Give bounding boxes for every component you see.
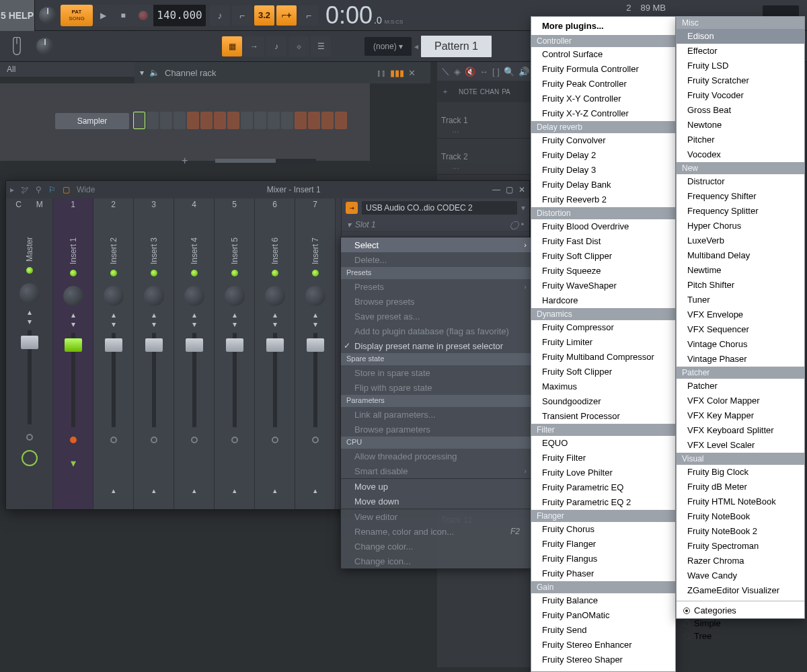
menu-smart-disable[interactable]: Smart disable› xyxy=(341,463,531,478)
plugin-item[interactable]: Fruity PanOMatic xyxy=(531,608,675,623)
step-edit-icon[interactable]: 3.2 xyxy=(254,5,274,26)
mixer-bird-icon[interactable]: 🕊 xyxy=(21,185,29,194)
step-14[interactable] xyxy=(308,112,320,129)
mixer-insert-strip[interactable]: 6 Insert 6 ▴▾ ▴ xyxy=(255,198,295,509)
strip-stereo-arrows[interactable]: ▴▾ xyxy=(112,310,116,329)
strip-fader-handle[interactable] xyxy=(65,338,82,352)
tool-mute-icon[interactable]: 🔇 xyxy=(465,67,475,77)
step-8[interactable] xyxy=(227,112,239,129)
step-10[interactable] xyxy=(254,112,266,129)
step-13[interactable] xyxy=(295,112,307,129)
plugin-item[interactable]: Razer Chroma xyxy=(677,554,804,568)
plugin-item[interactable]: Fruity Delay 3 xyxy=(531,163,675,178)
plugin-item[interactable]: Fruity Blood Overdrive xyxy=(531,219,675,234)
strip-fader[interactable] xyxy=(313,333,317,427)
pattern-prev-icon[interactable]: ◂ xyxy=(414,42,418,51)
strip-stereo-arrows[interactable]: ▴▾ xyxy=(152,310,156,329)
channel-scroll-thumb[interactable] xyxy=(215,159,276,163)
strip-arm-icon[interactable] xyxy=(110,437,117,443)
strip-stereo-arrows[interactable]: ▴▾ xyxy=(273,310,277,329)
strip-pan-knob[interactable] xyxy=(144,286,164,306)
plugin-item[interactable]: EQUO xyxy=(531,436,675,451)
tab-pa[interactable]: PA xyxy=(502,88,510,96)
plugin-item[interactable]: Pitcher xyxy=(677,133,804,147)
plugin-item[interactable]: Fruity Delay Bank xyxy=(531,178,675,192)
plugin-item[interactable]: Hyper Chorus xyxy=(677,219,804,233)
piano-roll-window-button[interactable]: → xyxy=(244,36,264,57)
plugin-item[interactable]: Newtime xyxy=(677,263,804,278)
strip-fader-handle[interactable] xyxy=(186,338,203,352)
plugin-item[interactable]: Fruity Stereo Enhancer xyxy=(531,638,675,652)
strip-mute-led[interactable] xyxy=(231,270,238,276)
strip-fader[interactable] xyxy=(233,333,237,427)
view-mode-simple[interactable]: Simple xyxy=(677,617,804,630)
pattern-song-switch[interactable]: PAT SONG xyxy=(61,5,93,26)
strip-send-arrow[interactable]: ▾ xyxy=(71,457,76,470)
mixer-insert-strip[interactable]: 4 Insert 4 ▴▾ ▴ xyxy=(174,198,215,509)
plugin-item[interactable]: Maximus xyxy=(531,379,675,394)
plugin-item[interactable]: Multiband Delay xyxy=(677,248,804,263)
pitch-knob[interactable] xyxy=(36,38,54,55)
menu-save-preset[interactable]: Save preset as... xyxy=(341,309,531,324)
plugin-item[interactable]: VFX Key Mapper xyxy=(677,408,804,423)
strip-send-caret[interactable]: ▴ xyxy=(313,486,317,495)
master-fader[interactable] xyxy=(28,330,32,424)
plugin-item[interactable]: VFX Color Mapper xyxy=(677,394,804,408)
strip-fader[interactable] xyxy=(192,333,196,427)
plugin-item[interactable]: Fruity Squeeze xyxy=(531,264,675,278)
loop-rec-icon[interactable]: ⌐ xyxy=(299,5,319,26)
close-channel-rack-icon[interactable]: ✕ xyxy=(408,68,416,78)
plugin-item[interactable]: Fruity Phaser xyxy=(531,566,675,581)
more-plugins-item[interactable]: More plugins... xyxy=(531,17,675,35)
menu-view-editor[interactable]: View editor xyxy=(341,509,531,524)
plugin-item[interactable]: VFX Level Scaler xyxy=(677,438,804,453)
menu-change-icon[interactable]: Change icon... xyxy=(341,554,531,568)
master-send-knob[interactable] xyxy=(22,450,38,466)
plugin-item[interactable]: Fruity X-Y-Z Controller xyxy=(531,106,675,121)
plugin-item[interactable]: Fruity Peak Controller xyxy=(531,77,675,91)
plugin-item[interactable]: Tuner xyxy=(677,293,804,307)
plugin-item[interactable]: Fruity Convolver xyxy=(531,133,675,148)
menu-link-params[interactable]: Link all parameters... xyxy=(341,407,531,422)
pattern-dropdown[interactable]: (none) ▾ xyxy=(364,37,412,56)
strip-fader-handle[interactable] xyxy=(307,338,324,352)
graph-icon[interactable]: ⫿⫿ xyxy=(377,68,386,78)
plugin-item[interactable]: Pitch Shifter xyxy=(677,278,804,293)
plugin-item[interactable]: LuxeVerb xyxy=(677,233,804,248)
plugin-item[interactable]: Fruity Filter xyxy=(531,451,675,465)
strip-mute-led[interactable] xyxy=(151,270,157,276)
browser-all-tab[interactable]: All xyxy=(0,62,134,77)
tool-paint-icon[interactable]: ◈ xyxy=(454,67,461,77)
strip-pan-knob[interactable] xyxy=(104,286,124,306)
plugin-item[interactable]: Wave Candy xyxy=(677,568,804,583)
mixer-menu-icon[interactable]: ▸ xyxy=(10,185,14,194)
strip-fader[interactable] xyxy=(152,333,156,427)
mixer-window-button[interactable]: ⟐ xyxy=(289,36,309,57)
plugin-item[interactable]: Soundgoodizer xyxy=(531,394,675,409)
audio-device-name[interactable]: USB Audio CO..dio CODEC 2 xyxy=(362,201,517,215)
menu-rename[interactable]: Rename, color and icon...F2 xyxy=(341,524,531,539)
step-5[interactable] xyxy=(187,112,199,129)
minimize-icon[interactable]: — xyxy=(492,185,500,194)
plugin-item[interactable]: Frequency Splitter xyxy=(677,204,804,219)
add-channel-icon[interactable]: + xyxy=(182,155,188,167)
plugin-item[interactable]: Frequency Shifter xyxy=(677,189,804,204)
plugin-item[interactable]: Fruity X-Y Controller xyxy=(531,91,675,106)
tool-select-icon[interactable]: [ ] xyxy=(492,67,500,77)
step-11[interactable] xyxy=(268,112,280,129)
step-9[interactable] xyxy=(241,112,253,129)
plugin-item[interactable]: Fruity HTML NoteBook xyxy=(677,494,804,509)
plugin-item[interactable]: Newtone xyxy=(677,118,804,133)
mixer-audio-device-row[interactable]: ⇢ USB Audio CO..dio CODEC 2 ▾ xyxy=(342,198,529,217)
plugin-item[interactable]: Fruity Spectroman xyxy=(677,539,804,554)
menu-presets[interactable]: Presets› xyxy=(341,279,531,294)
strip-fader[interactable] xyxy=(112,333,116,427)
plugin-item[interactable]: Fruity NoteBook 2 xyxy=(677,524,804,539)
strip-arm-icon[interactable] xyxy=(272,437,278,443)
plugin-item[interactable]: Fruity Balance xyxy=(531,593,675,608)
menu-browse-params[interactable]: Browse parameters xyxy=(341,422,531,437)
plugin-item[interactable]: Fruity Parametric EQ 2 xyxy=(531,495,675,510)
pattern-name-display[interactable]: Pattern 1 xyxy=(421,36,492,57)
strip-mute-led[interactable] xyxy=(272,270,278,276)
plugin-item[interactable]: Fruity Parametric EQ xyxy=(531,480,675,495)
